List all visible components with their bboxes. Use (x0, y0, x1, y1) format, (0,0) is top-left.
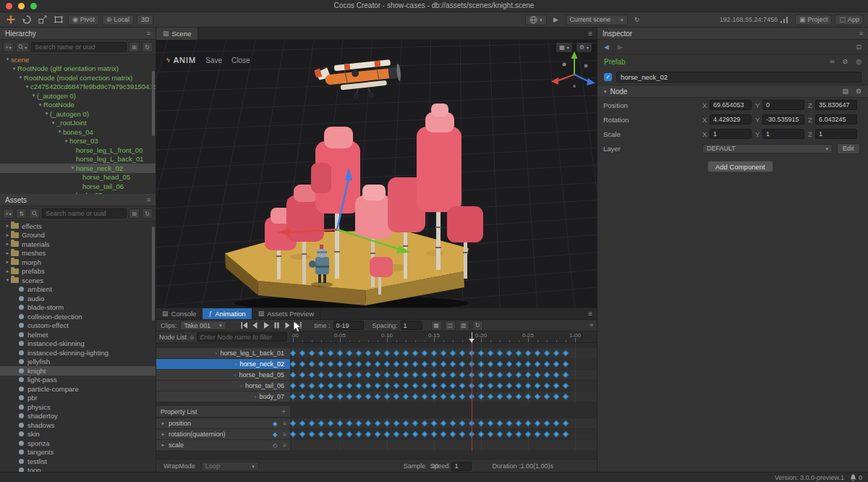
timeline-ruler[interactable]: 0-000-050-100-150-200-251-00 (292, 331, 597, 343)
keyframe-diamond[interactable] (365, 350, 371, 356)
time-input[interactable] (333, 321, 364, 330)
keyframe-diamond[interactable] (412, 383, 418, 389)
keyframe-row[interactable] (292, 348, 597, 358)
keyframe-diamond[interactable] (459, 394, 465, 399)
node-active-checkbox[interactable]: ✓ (604, 73, 612, 81)
position-z-input[interactable]: 35.830647 (815, 100, 857, 110)
keyframe-diamond[interactable] (488, 350, 493, 356)
keyframe-diamond[interactable] (450, 431, 456, 437)
keyframe-diamond[interactable] (393, 350, 399, 356)
asset-item-instanced-skinning[interactable]: instanced-skinning (0, 339, 156, 349)
keyframe-diamond[interactable] (412, 431, 418, 437)
prefab-locate-icon[interactable]: ◎ (856, 58, 861, 65)
keyframe-diamond[interactable] (318, 394, 324, 399)
property-menu-icon[interactable]: ≡ (283, 431, 286, 438)
keyframe-row[interactable] (292, 429, 597, 439)
keyframe-diamond[interactable] (365, 431, 371, 437)
keyframe-diamond[interactable] (356, 372, 362, 378)
keyframe-diamond[interactable] (328, 394, 333, 399)
hierarchy-node-item-horse-neck-02[interactable]: ▾horse_neck_02 (0, 164, 156, 173)
keyframe-diamond[interactable] (553, 350, 559, 356)
keyframe-diamond[interactable] (422, 350, 427, 356)
keyframe-diamond[interactable] (290, 361, 296, 367)
hierarchy-node-item-horse-leg-l-back-01[interactable]: horse_leg_L_back_01 (0, 155, 156, 164)
keyframe-diamond[interactable] (535, 350, 540, 356)
preview-device-button[interactable]: ▾ (525, 14, 547, 25)
node-filter-input[interactable] (197, 332, 287, 342)
hierarchy-node-item-scene[interactable]: ▾scene (0, 55, 156, 64)
keyframe-diamond[interactable] (459, 361, 465, 367)
keyframe-diamond[interactable] (459, 350, 465, 356)
hierarchy-search-input[interactable] (31, 42, 127, 52)
panel-menu-icon[interactable]: ≡ (147, 30, 150, 37)
keyframe-diamond[interactable] (337, 394, 343, 399)
keyframe-diamond[interactable] (450, 361, 456, 367)
keyframe-diamond[interactable] (506, 372, 512, 378)
keyframe-diamond[interactable] (365, 420, 371, 426)
keyframe-diamond[interactable] (431, 350, 437, 356)
keyframe-diamond[interactable] (412, 420, 418, 426)
asset-item-testlist[interactable]: testlist (0, 457, 156, 466)
keyframe-diamond[interactable] (544, 372, 550, 378)
keyframe-diamond[interactable] (525, 420, 531, 426)
keyframe-diamond[interactable] (506, 350, 512, 356)
keyframe-diamond[interactable] (384, 361, 390, 367)
collapse-panel-icon[interactable]: » (590, 322, 593, 329)
scale-tool-button[interactable] (36, 14, 49, 25)
expand-arrow[interactable]: ▾ (24, 84, 30, 90)
keyframe-diamond[interactable] (478, 394, 484, 399)
viewport-settings-button[interactable]: ⚙▾ (576, 43, 592, 52)
keyframe-diamond[interactable] (488, 372, 493, 378)
create-asset-button[interactable]: +▾ (3, 208, 14, 219)
anim-node-horse-leg-l-back-01[interactable]: ◦horse_leg_L_back_01 (156, 348, 290, 358)
keyframe-diamond[interactable] (563, 420, 569, 426)
keyframe-diamond[interactable] (403, 383, 409, 389)
asset-item-blade-storm[interactable]: blade-storm (0, 303, 156, 313)
keyframe-diamond[interactable] (516, 350, 522, 356)
asset-item-instanced-skinning-lighting[interactable]: instanced-skinning-lighting (0, 348, 156, 358)
keyframe-diamond[interactable] (403, 420, 409, 426)
skip-to-end-button[interactable] (294, 321, 303, 330)
keyframe-diamond[interactable] (337, 383, 343, 389)
keyframe-diamond[interactable] (516, 394, 522, 399)
expand-arrow[interactable]: ▾ (50, 120, 56, 126)
asset-item-ground[interactable]: ▸Ground (0, 231, 156, 240)
local-toggle-button[interactable]: ⊕Local (102, 14, 134, 25)
skip-to-start-button[interactable] (239, 321, 249, 330)
keyframe-diamond[interactable] (309, 361, 315, 367)
keyframe-diamond[interactable] (441, 394, 446, 399)
keyframe-diamond[interactable] (553, 431, 559, 437)
expand-arrow[interactable]: ▸ (160, 431, 166, 437)
keyframe-diamond[interactable] (563, 394, 569, 399)
add-component-button[interactable]: Add Component (707, 161, 773, 172)
expand-all-button[interactable]: ⊞ (129, 208, 140, 219)
keyframe-diamond[interactable] (309, 372, 315, 378)
node-doc-icon[interactable]: ▤ (842, 88, 848, 95)
keyframe-diamond[interactable] (403, 350, 409, 356)
keyframe-diamond[interactable] (299, 350, 305, 356)
keyframe-diamond[interactable] (375, 383, 380, 389)
keyframe-diamond[interactable] (384, 383, 390, 389)
tab-assets-preview[interactable]: ▧ Assets Preview (252, 308, 320, 319)
preview-scene-select[interactable]: Current scene ▾ (566, 14, 628, 25)
hierarchy-node-item-autogen-0[interactable]: ▾(_autogen 0) (0, 91, 156, 101)
asset-item-skin[interactable]: skin (0, 430, 156, 439)
asset-item-shadows[interactable]: shadows (0, 420, 156, 430)
refresh-preview-button[interactable]: ↻ (631, 14, 644, 25)
keyframe-diamond[interactable] (403, 372, 409, 378)
keyframe-diamond[interactable] (478, 361, 484, 367)
keyframe-diamond[interactable] (497, 372, 503, 378)
keyframe-diamond[interactable] (328, 431, 333, 437)
property-scale[interactable]: ▸scale◇≡ (156, 440, 290, 450)
keyframe-diamond[interactable] (356, 394, 362, 399)
snap-grid-icon[interactable]: ▦ (431, 321, 442, 331)
keyframe-diamond[interactable] (535, 420, 540, 426)
keyframe-diamond[interactable] (318, 431, 324, 437)
keyframe-diamond[interactable] (346, 431, 352, 437)
expand-arrow[interactable]: ▾ (56, 129, 63, 135)
asset-item-scenes[interactable]: ▾scenes (0, 276, 156, 285)
keyframe-diamond[interactable] (337, 431, 343, 437)
anim-save-button[interactable]: Save (205, 56, 222, 64)
keyframe-diamond[interactable] (450, 383, 456, 389)
keyframe-diamond[interactable] (346, 394, 352, 399)
